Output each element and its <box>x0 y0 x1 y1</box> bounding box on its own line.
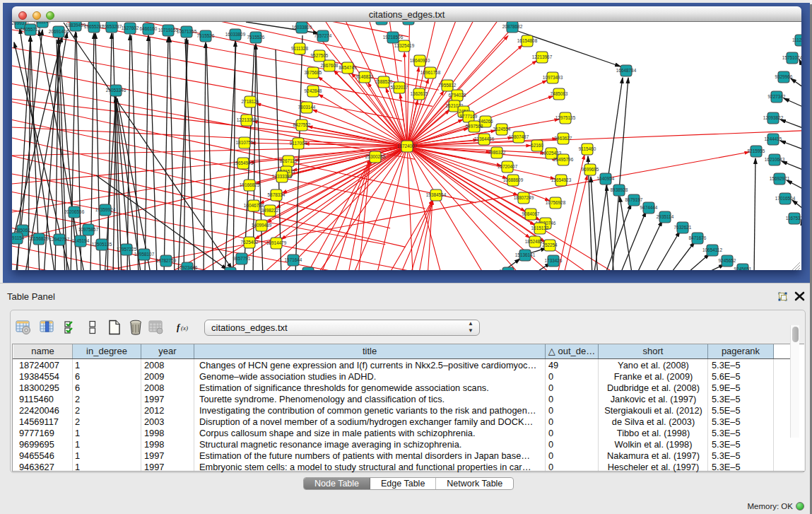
svg-text:2718126: 2718126 <box>242 99 259 104</box>
svg-text:16033809: 16033809 <box>225 32 246 37</box>
svg-text:7357274: 7357274 <box>314 33 332 38</box>
svg-text:391154: 391154 <box>12 235 25 240</box>
svg-text:7632621: 7632621 <box>674 225 692 230</box>
svg-text:7625402: 7625402 <box>241 240 259 245</box>
svg-text:9245651: 9245651 <box>734 267 752 270</box>
svg-text:16648784: 16648784 <box>616 68 637 73</box>
svg-text:9146821: 9146821 <box>356 74 374 79</box>
svg-text:10756928: 10756928 <box>546 200 566 205</box>
svg-text:19218506: 19218506 <box>383 35 404 40</box>
svg-text:7485063: 7485063 <box>551 91 568 96</box>
svg-text:16210643: 16210643 <box>765 157 785 162</box>
svg-text:16914479: 16914479 <box>266 240 287 245</box>
svg-text:13333389: 13333389 <box>272 174 293 179</box>
svg-text:9857791: 9857791 <box>233 256 251 261</box>
svg-text:20206556: 20206556 <box>64 209 85 214</box>
svg-text:1244415: 1244415 <box>765 136 782 141</box>
svg-text:10958107: 10958107 <box>134 252 155 257</box>
svg-text:10653287: 10653287 <box>102 24 122 29</box>
svg-text:1571644: 1571644 <box>285 257 302 262</box>
svg-text:3498222: 3498222 <box>261 208 279 213</box>
svg-text:9117004: 9117004 <box>290 141 307 146</box>
svg-text:18640910: 18640910 <box>410 58 430 63</box>
svg-text:6794028: 6794028 <box>449 93 466 98</box>
svg-text:9245652: 9245652 <box>719 258 736 263</box>
svg-text:9527505: 9527505 <box>311 53 329 58</box>
svg-text:1362615: 1362615 <box>411 91 428 96</box>
svg-text:7811247: 7811247 <box>34 22 52 24</box>
svg-text:29053346: 29053346 <box>106 88 126 93</box>
svg-text:16961758: 16961758 <box>420 70 441 75</box>
svg-text:5322037: 5322037 <box>391 85 408 90</box>
svg-text:21364436: 21364436 <box>474 136 495 141</box>
svg-text:25300285: 25300285 <box>365 154 386 159</box>
svg-text:2935114: 2935114 <box>657 214 674 219</box>
svg-text:16033809: 16033809 <box>292 25 312 30</box>
svg-text:2867608: 2867608 <box>321 63 339 68</box>
svg-text:8427552: 8427552 <box>293 122 311 127</box>
svg-text:8215955: 8215955 <box>748 148 765 153</box>
svg-text:8267115: 8267115 <box>280 158 298 163</box>
svg-text:9242848: 9242848 <box>305 88 322 93</box>
svg-text:10688609: 10688609 <box>503 177 524 182</box>
svg-text:10973493: 10973493 <box>543 75 563 80</box>
svg-text:1640954: 1640954 <box>597 176 615 181</box>
svg-text:6466160: 6466160 <box>140 26 158 31</box>
svg-text:13654923: 13654923 <box>551 177 572 182</box>
svg-text:17016504: 17016504 <box>775 196 796 201</box>
svg-text:16782759: 16782759 <box>156 258 177 263</box>
svg-text:10671355: 10671355 <box>177 29 197 34</box>
svg-text:15751074: 15751074 <box>782 55 801 60</box>
svg-text:18839499: 18839499 <box>66 23 86 28</box>
svg-text:11156829: 11156829 <box>29 236 49 241</box>
svg-text:1588520: 1588520 <box>375 79 393 84</box>
svg-text:8471676: 8471676 <box>689 235 707 240</box>
svg-text:12923446: 12923446 <box>177 265 198 270</box>
svg-text:12093822: 12093822 <box>763 115 784 120</box>
svg-text:10654112: 10654112 <box>702 247 722 252</box>
svg-text:8938928: 8938928 <box>611 187 628 192</box>
svg-text:7803144: 7803144 <box>298 105 316 110</box>
svg-text:15720407: 15720407 <box>498 164 518 169</box>
svg-text:9115460: 9115460 <box>579 146 596 151</box>
svg-text:12213967: 12213967 <box>532 54 553 59</box>
svg-text:7955812: 7955812 <box>439 83 457 88</box>
svg-text:1527602: 1527602 <box>122 25 139 30</box>
svg-text:7515526: 7515526 <box>247 35 265 40</box>
svg-text:585061: 585061 <box>15 228 30 233</box>
svg-text:12975135: 12975135 <box>555 115 576 120</box>
svg-text:9329966: 9329966 <box>775 74 793 79</box>
svg-text:20691406: 20691406 <box>49 29 69 34</box>
svg-text:14099489: 14099489 <box>252 223 272 228</box>
svg-text:10975857: 10975857 <box>78 227 99 232</box>
svg-text:19384554: 19384554 <box>426 192 447 197</box>
svg-text:(x): (x) <box>181 325 188 332</box>
svg-text:252254: 252254 <box>542 243 558 247</box>
svg-text:9463627: 9463627 <box>555 136 572 141</box>
svg-text:17359924: 17359924 <box>95 207 116 212</box>
svg-text:12942757: 12942757 <box>49 237 70 242</box>
svg-text:13325419: 13325419 <box>394 43 415 48</box>
svg-text:746266: 746266 <box>478 119 493 124</box>
svg-text:15136141: 15136141 <box>515 252 536 257</box>
svg-text:5878334: 5878334 <box>268 192 286 197</box>
svg-text:6497568: 6497568 <box>466 124 483 129</box>
svg-text:19166825: 19166825 <box>240 182 260 187</box>
svg-text:8454749: 8454749 <box>339 65 357 70</box>
svg-text:9111328: 9111328 <box>291 46 308 51</box>
svg-text:7515526: 7515526 <box>197 33 215 38</box>
svg-text:12505135: 12505135 <box>92 242 112 247</box>
svg-text:19654943: 19654943 <box>233 160 254 165</box>
svg-text:16046788: 16046788 <box>244 203 264 208</box>
svg-text:15692971: 15692971 <box>770 176 790 181</box>
svg-text:1810755: 1810755 <box>236 140 254 145</box>
svg-text:18724007: 18724007 <box>397 144 418 148</box>
svg-text:8679197: 8679197 <box>625 197 643 202</box>
svg-text:12213369: 12213369 <box>237 117 257 122</box>
svg-text:1112534: 1112534 <box>792 37 801 42</box>
svg-text:3624554: 3624554 <box>493 127 511 132</box>
svg-text:3875685: 3875685 <box>305 70 322 75</box>
svg-text:9777169: 9777169 <box>460 114 478 119</box>
svg-text:1733426: 1733426 <box>545 258 563 263</box>
svg-text:62160: 62160 <box>531 143 543 148</box>
